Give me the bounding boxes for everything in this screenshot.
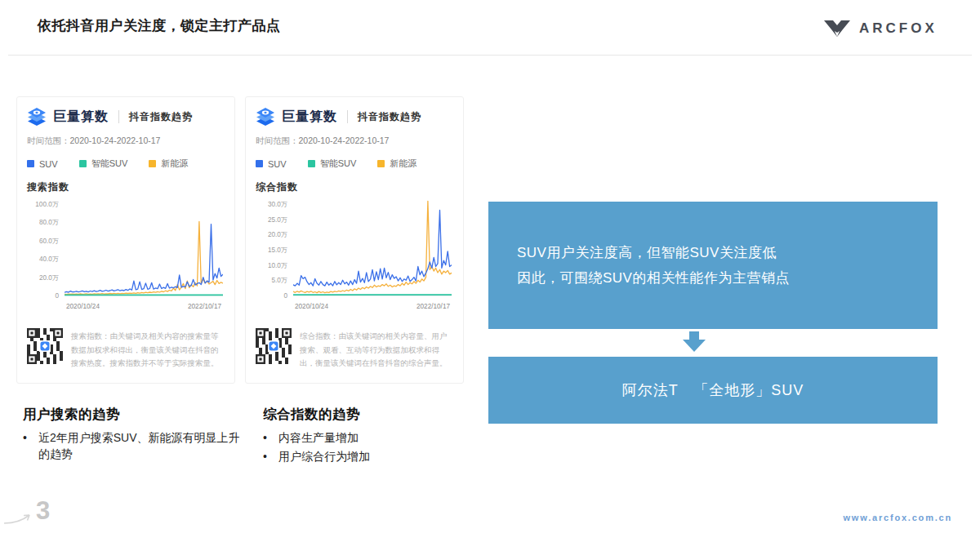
arcfox-logo: ARCFOX: [823, 20, 938, 38]
insight-line-2: 因此，可围绕SUV的相关性能作为主营销点: [517, 269, 938, 287]
time-range-row: 时间范围：2020-10-24-2022-10-17: [256, 136, 453, 147]
chart-title-composite-index: 综合指数: [256, 180, 453, 194]
svg-text:2022/10/17: 2022/10/17: [416, 303, 450, 310]
fox-head-icon: [823, 20, 851, 38]
insight-box: SUV用户关注度高，但智能SUV关注度低 因此，可围绕SUV的相关性能作为主营销…: [488, 202, 938, 329]
bullet-dot: •: [263, 448, 267, 464]
insight-line-1: SUV用户关注度高，但智能SUV关注度低: [517, 243, 938, 262]
legend-item-smart-suv: 智能SUV: [79, 158, 128, 170]
composite-index-chart: 30.0万25.0万20.0万15.0万10.0万5.0万02020/10/24…: [256, 196, 453, 323]
chart-legend: SUV 智能SUV 新能源: [27, 158, 225, 170]
legend-swatch-new-energy: [377, 160, 385, 167]
juliang-suanshu-icon: [256, 107, 275, 127]
data-card-composite-index: 巨量算数 抖音指数趋势 时间范围：2020-10-24-2022-10-17 S…: [245, 96, 464, 384]
legend-swatch-suv: [27, 160, 34, 167]
brand-separator: [118, 110, 119, 123]
header-divider: [8, 55, 972, 56]
composite-index-caption: 综合指数：由该关键词的相关内容量、用户搜索、观看、互动等行为数据加权求和得出，衡…: [300, 328, 453, 371]
legend-swatch-smart-suv: [79, 160, 87, 167]
svg-text:40.0万: 40.0万: [39, 256, 59, 263]
arcfox-logo-text: ARCFOX: [859, 20, 938, 37]
time-range-label: 时间范围：: [27, 136, 70, 145]
legend-swatch-smart-suv: [308, 160, 315, 167]
svg-text:100.0万: 100.0万: [35, 201, 59, 208]
svg-text:5.0万: 5.0万: [271, 277, 287, 284]
qr-caption-row: 综合指数：由该关键词的相关内容量、用户搜索、观看、互动等行为数据加权求和得出，衡…: [256, 328, 453, 371]
svg-text:15.0万: 15.0万: [268, 247, 287, 254]
down-arrow-icon: [683, 331, 706, 353]
legend-item-suv: SUV: [27, 159, 58, 169]
svg-text:2022/10/17: 2022/10/17: [188, 303, 221, 310]
search-index-chart: 100.0万80.0万60.0万40.0万20.0万02020/10/24202…: [27, 196, 225, 323]
juliang-brand-row: 巨量算数 抖音指数趋势: [256, 107, 453, 127]
page-arrow-icon: [4, 511, 32, 527]
juliang-brand-row: 巨量算数 抖音指数趋势: [27, 107, 225, 127]
legend-item-smart-suv: 智能SUV: [308, 158, 357, 170]
svg-text:2020/10/24: 2020/10/24: [295, 303, 328, 310]
chart-legend: SUV 智能SUV 新能源: [256, 158, 453, 170]
juliang-brand-name: 巨量算数: [282, 109, 337, 126]
svg-text:25.0万: 25.0万: [268, 216, 287, 224]
search-index-caption: 搜索指数：由关键词及相关内容的搜索量等数据加权求和得出，衡量该关键词在抖音的搜索…: [71, 328, 225, 371]
svg-text:10.0万: 10.0万: [268, 262, 287, 269]
card-subtitle: 抖音指数趋势: [129, 110, 193, 124]
page-number: 3: [36, 496, 50, 526]
svg-text:20.0万: 20.0万: [268, 231, 287, 238]
svg-text:60.0万: 60.0万: [39, 238, 59, 245]
bullet-dot: •: [263, 429, 267, 446]
page-title: 依托抖音用户关注度，锁定主打产品点: [38, 16, 281, 35]
card-subtitle: 抖音指数趋势: [358, 110, 421, 124]
finding-heading: 用户搜索的趋势: [23, 406, 242, 424]
finding-bullet: • 用户综合行为增加: [263, 448, 467, 464]
svg-text:20.0万: 20.0万: [39, 274, 59, 282]
website-link[interactable]: www.arcfox.com.cn: [844, 513, 953, 522]
qr-code: [256, 328, 292, 367]
legend-item-new-energy: 新能源: [149, 158, 188, 170]
product-text: 阿尔法T 「全地形」SUV: [622, 380, 804, 400]
svg-text:0: 0: [283, 292, 287, 300]
slide: 依托抖音用户关注度，锁定主打产品点 ARCFOX 巨量算数 抖音指数趋势 时间范…: [0, 0, 980, 551]
time-range-row: 时间范围：2020-10-24-2022-10-17: [27, 136, 225, 147]
qr-caption-row: 搜索指数：由关键词及相关内容的搜索量等数据加权求和得出，衡量该关键词在抖音的搜索…: [27, 328, 225, 371]
juliang-brand-name: 巨量算数: [53, 109, 109, 126]
legend-item-new-energy: 新能源: [377, 158, 416, 170]
brand-separator: [347, 110, 348, 123]
bullet-dot: •: [23, 429, 27, 463]
time-range-value: 2020-10-24-2022-10-17: [70, 136, 161, 145]
legend-item-suv: SUV: [256, 159, 287, 169]
juliang-suanshu-icon: [27, 107, 47, 127]
legend-swatch-new-energy: [149, 160, 156, 167]
time-range-label: 时间范围：: [256, 136, 299, 145]
chart-title-search-index: 搜索指数: [27, 180, 225, 194]
svg-text:80.0万: 80.0万: [39, 219, 59, 226]
svg-text:2020/10/24: 2020/10/24: [66, 303, 100, 310]
svg-text:0: 0: [55, 292, 59, 300]
time-range-value: 2020-10-24-2022-10-17: [299, 136, 390, 145]
product-box: 阿尔法T 「全地形」SUV: [488, 357, 938, 424]
finding-search-trend: 用户搜索的趋势 • 近2年用户搜索SUV、新能源有明显上升的趋势: [23, 406, 242, 465]
finding-composite-trend: 综合指数的趋势 • 内容生产量增加 • 用户综合行为增加: [263, 406, 467, 468]
svg-text:30.0万: 30.0万: [268, 201, 287, 208]
finding-bullet: • 内容生产量增加: [263, 429, 467, 446]
qr-code: [27, 328, 63, 367]
data-card-search-index: 巨量算数 抖音指数趋势 时间范围：2020-10-24-2022-10-17 S…: [16, 96, 235, 384]
legend-swatch-suv: [256, 160, 263, 167]
finding-bullet: • 近2年用户搜索SUV、新能源有明显上升的趋势: [23, 429, 242, 463]
finding-heading: 综合指数的趋势: [263, 406, 467, 424]
